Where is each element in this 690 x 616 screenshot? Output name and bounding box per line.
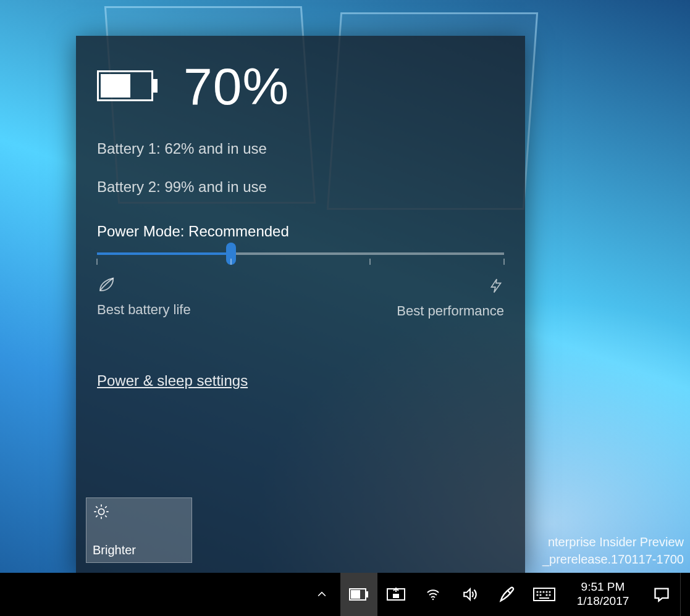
svg-rect-13 (351, 590, 360, 599)
show-desktop-button[interactable] (680, 573, 686, 616)
svg-rect-14 (366, 591, 368, 597)
svg-line-8 (96, 506, 98, 508)
power-mode-label: Power Mode: Recommended (97, 223, 504, 240)
sun-icon (93, 503, 185, 523)
slider-ticks (97, 259, 504, 267)
taskbar-date: 1/18/2017 (577, 594, 629, 609)
brightness-tile[interactable]: Brighter (86, 497, 192, 563)
brightness-tile-label: Brighter (93, 543, 185, 557)
battery-icon (97, 70, 159, 104)
slider-fill (97, 252, 231, 255)
watermark-line: nterprise Insider Preview (542, 533, 684, 551)
svg-rect-1 (101, 74, 130, 98)
battery-percentage: 70% (183, 57, 289, 117)
svg-point-19 (537, 591, 537, 592)
svg-rect-2 (153, 79, 158, 93)
svg-line-9 (105, 515, 107, 517)
watermark-line: _prerelease.170117-1700 (542, 551, 684, 568)
svg-point-21 (543, 591, 544, 592)
best-performance-label: Best performance (397, 276, 504, 319)
slider-tick (503, 259, 505, 265)
slider-tick (96, 259, 98, 265)
svg-point-17 (432, 599, 434, 600)
slider-tick (369, 259, 371, 265)
lightning-icon (488, 276, 504, 303)
slider-right-label: Best performance (397, 303, 504, 319)
slider-tick (230, 259, 232, 265)
power-mode-slider[interactable] (97, 252, 504, 267)
svg-point-3 (98, 509, 104, 514)
slider-track (97, 252, 504, 255)
svg-line-10 (96, 515, 98, 517)
volume-tray-icon[interactable] (452, 573, 489, 616)
project-tray-icon[interactable] (377, 573, 414, 616)
windows-watermark: nterprise Insider Preview _prerelease.17… (542, 533, 684, 568)
svg-point-22 (546, 591, 547, 592)
battery2-status: Battery 2: 99% and in use (97, 178, 504, 196)
wifi-tray-icon[interactable] (414, 573, 452, 616)
slider-left-label: Best battery life (97, 302, 191, 318)
keyboard-tray-icon[interactable] (526, 573, 563, 616)
battery1-status: Battery 1: 62% and in use (97, 140, 504, 157)
best-battery-life-label: Best battery life (97, 276, 191, 319)
svg-point-24 (537, 594, 537, 595)
leaf-icon (97, 276, 116, 302)
taskbar-clock[interactable]: 9:51 PM 1/18/2017 (563, 573, 643, 616)
svg-point-26 (546, 594, 547, 595)
tray-overflow-button[interactable] (303, 573, 340, 616)
svg-point-23 (549, 591, 550, 592)
battery-tray-icon[interactable] (340, 573, 377, 616)
svg-point-27 (549, 594, 550, 595)
taskbar: 9:51 PM 1/18/2017 (0, 573, 690, 616)
svg-rect-16 (393, 594, 399, 598)
action-center-icon[interactable] (643, 573, 680, 616)
svg-point-20 (540, 591, 541, 592)
battery-flyout: 70% Battery 1: 62% and in use Battery 2:… (76, 36, 525, 573)
taskbar-time: 9:51 PM (581, 580, 625, 594)
pen-tray-icon[interactable] (489, 573, 526, 616)
power-sleep-settings-link[interactable]: Power & sleep settings (97, 372, 248, 389)
svg-line-11 (105, 506, 107, 508)
slider-end-labels: Best battery life Best performance (97, 276, 504, 319)
svg-point-25 (540, 594, 541, 595)
battery-hero: 70% (97, 57, 504, 117)
